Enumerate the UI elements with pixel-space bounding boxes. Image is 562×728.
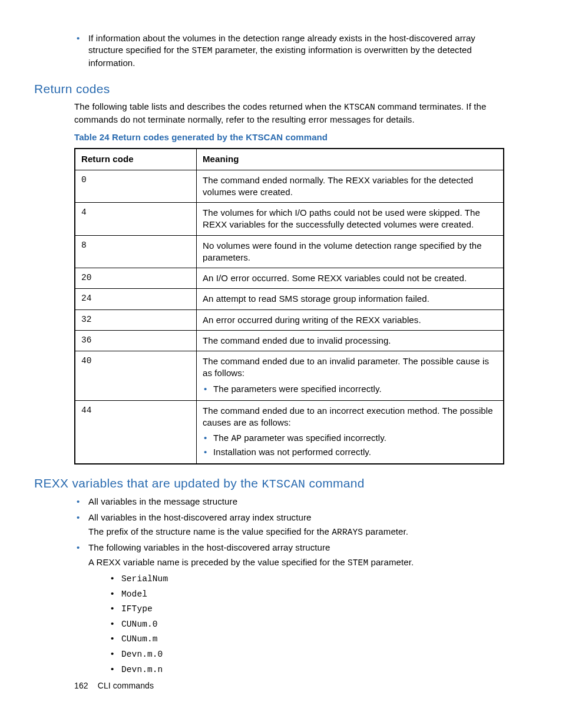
rexx-list-item: All variables in the message structure (74, 496, 504, 508)
table-row: 40The command ended due to an invalid pa… (75, 351, 504, 401)
table-row: 4The volumes for which I/O paths could n… (75, 203, 504, 236)
return-codes-table: Return code Meaning 0The command ended n… (74, 148, 504, 465)
th-meaning: Meaning (197, 149, 504, 170)
return-code-cell: 36 (75, 330, 197, 351)
table-row: 8No volumes were found in the volume det… (75, 235, 504, 268)
meaning-sub-item: Installation was not performed correctly… (203, 446, 497, 458)
return-code-cell: 20 (75, 268, 197, 289)
meaning-cell: An attempt to read SMS storage group inf… (197, 289, 504, 309)
page-number: 162 (74, 681, 88, 690)
meaning-sub-item: The AP parameter was specified incorrect… (203, 432, 497, 445)
rc-para-t1: The following table lists and describes … (74, 101, 344, 111)
return-code-cell: 0 (75, 170, 197, 203)
return-code-cell: 40 (75, 351, 197, 401)
table-header-row: Return code Meaning (75, 149, 504, 170)
rexx-variable: Model (107, 588, 504, 601)
rexx-h-t1: REXX variables that are updated by the (34, 476, 262, 490)
meaning-cell: An error occurred during writing of the … (197, 309, 504, 330)
return-codes-heading: Return codes (34, 81, 504, 97)
meaning-cell: The command ended due to an invalid para… (197, 351, 504, 401)
meaning-sub-item: The parameters were specified incorrectl… (203, 383, 497, 395)
table-caption: Table 24 Return codes generated by the K… (74, 131, 504, 143)
rexx-h-t2: command (305, 476, 364, 490)
rexx-variable: IFType (107, 602, 504, 615)
table-row: 20An I/O error occurred. Some REXX varia… (75, 268, 504, 289)
intro-param: STEM (191, 46, 212, 55)
meaning-cell: The command ended due to an incorrect ex… (197, 400, 504, 464)
rexx-heading: REXX variables that are updated by the K… (34, 475, 504, 492)
table-row: 36The command ended due to invalid proce… (75, 330, 504, 351)
table-row: 32An error occurred during writing of th… (75, 309, 504, 330)
return-codes-intro: The following table lists and describes … (74, 101, 504, 126)
rexx-variable: SerialNum (107, 572, 504, 585)
return-code-cell: 4 (75, 203, 197, 236)
table-row: 44The command ended due to an incorrect … (75, 400, 504, 464)
rexx-variable: Devn.m.0 (107, 648, 504, 661)
rexx-variable-list: All variables in the message structureAl… (74, 496, 504, 676)
rexx-variable: CUNum.m (107, 633, 504, 645)
intro-bullet-list: If information about the volumes in the … (74, 32, 504, 69)
return-code-cell: 8 (75, 235, 197, 268)
meaning-cell: An I/O error occurred. Some REXX variabl… (197, 268, 504, 289)
return-code-cell: 32 (75, 309, 197, 330)
table-row: 24An attempt to read SMS storage group i… (75, 289, 504, 309)
rexx-list-item: All variables in the host-discovered arr… (74, 512, 504, 539)
intro-bullet: If information about the volumes in the … (74, 32, 504, 69)
page-footer: 162 CLI commands (74, 680, 154, 691)
meaning-cell: The volumes for which I/O paths could no… (197, 203, 504, 236)
meaning-cell: The command ended due to invalid process… (197, 330, 504, 351)
rexx-list-item: The following variables in the host-disc… (74, 542, 504, 676)
meaning-cell: No volumes were found in the volume dete… (197, 235, 504, 268)
return-code-cell: 44 (75, 400, 197, 464)
rc-para-cmd: KTSCAN (344, 103, 375, 112)
th-code: Return code (75, 149, 197, 170)
rexx-variable: Devn.m.n (107, 663, 504, 676)
rexx-h-cmd: KTSCAN (262, 477, 305, 491)
meaning-cell: The command ended normally. The REXX var… (197, 170, 504, 203)
footer-section: CLI commands (98, 681, 154, 690)
rexx-variable: CUNum.0 (107, 618, 504, 631)
return-code-cell: 24 (75, 289, 197, 309)
table-row: 0The command ended normally. The REXX va… (75, 170, 504, 203)
